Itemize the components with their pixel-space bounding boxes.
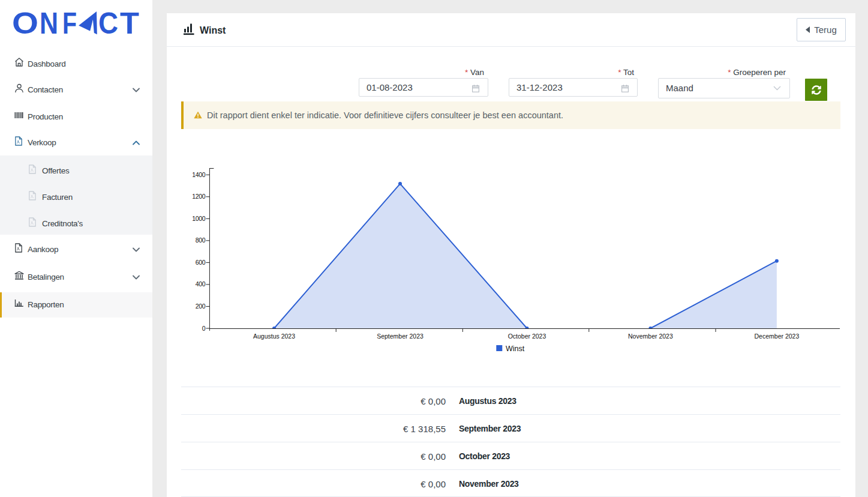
svg-text:400: 400 [196,280,206,288]
svg-text:1400: 1400 [192,171,206,178]
svg-text:N: N [40,11,58,35]
svg-text:November 2023: November 2023 [628,333,673,340]
svg-text:F: F [62,11,77,35]
svg-text:200: 200 [196,303,206,310]
svg-text:Augustus 2023: Augustus 2023 [253,333,295,340]
svg-text:T: T [120,11,139,35]
svg-text:O: O [13,11,38,35]
svg-text:1000: 1000 [192,215,206,222]
svg-text:0: 0 [202,325,206,332]
svg-text:800: 800 [196,236,206,244]
svg-text:September 2023: September 2023 [377,333,424,340]
svg-text:1200: 1200 [192,193,206,200]
svg-text:Winst: Winst [506,345,525,353]
svg-text:C: C [98,11,118,35]
svg-text:October 2023: October 2023 [508,333,546,340]
svg-text:600: 600 [196,259,206,266]
svg-text:December 2023: December 2023 [755,333,800,340]
